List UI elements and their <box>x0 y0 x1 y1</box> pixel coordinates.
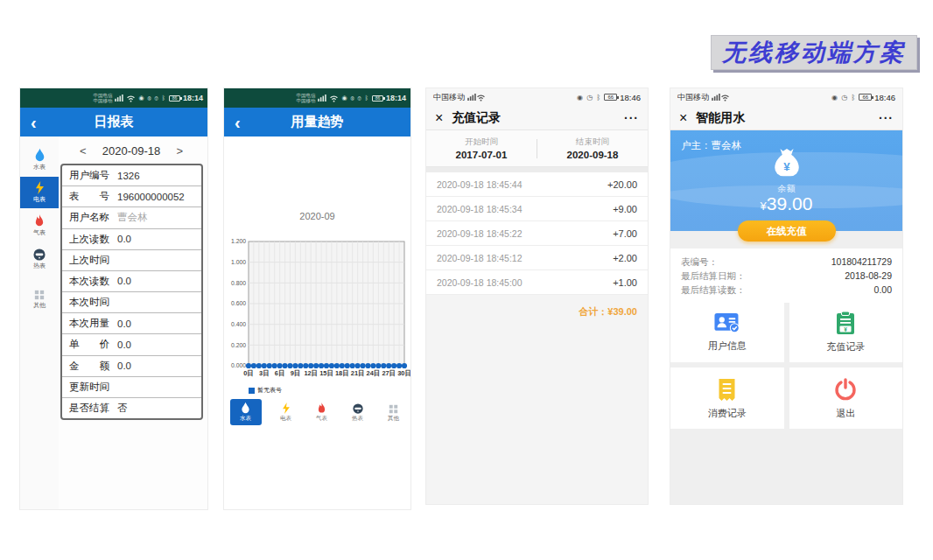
sidebar-label: 水表 <box>33 163 46 172</box>
tab-label: 水表 <box>240 415 251 423</box>
row-label: 用户名称 <box>69 211 109 224</box>
sidebar-label: 电表 <box>33 195 46 204</box>
record-time: 2020-09-18 18:45:22 <box>437 228 523 239</box>
record-amount: +9.00 <box>613 204 637 214</box>
row-value: 0.0 <box>117 360 131 371</box>
row-value: 否 <box>117 402 128 415</box>
usage-chart: 0.0000.2000.4000.6000.8001.0001.2000日3日6… <box>224 233 411 386</box>
sidebar-item-gas[interactable]: 气表 <box>20 210 59 242</box>
sidebar-item-electric[interactable]: 电表 <box>20 177 59 208</box>
tab-gas[interactable]: 气表 <box>311 400 333 425</box>
page-title: 智能用水 <box>696 110 745 126</box>
tile-consumption-records[interactable]: 消费记录 <box>670 368 784 429</box>
status-time: 18:14 <box>183 94 203 102</box>
record-amount: +2.00 <box>613 253 637 263</box>
record-amount: +7.00 <box>613 228 637 239</box>
status-icons: ◉ Ⓝ Ⓥ ᛒ <box>138 94 166 102</box>
start-date-filter[interactable]: 开始时间 2017-07-01 <box>426 130 537 166</box>
user-info-icon <box>713 311 741 334</box>
online-recharge-button[interactable]: 在线充值 <box>738 220 836 242</box>
table-row: 单 价0.0 <box>62 334 201 355</box>
status-icons: ◉ ◷ ᛒ <box>577 94 601 102</box>
tab-other[interactable]: 其他 <box>382 402 405 425</box>
row-label: 上次时间 <box>69 254 109 267</box>
row-label: 本次用量 <box>69 317 109 330</box>
tile-recharge-records[interactable]: ¥ 充值记录 <box>789 301 903 362</box>
heat-meter-icon <box>33 248 46 261</box>
row-value: 曹会林 <box>117 211 148 224</box>
page-title: 充值记录 <box>452 110 501 126</box>
row-label: 表 号 <box>69 190 109 203</box>
record-amount: +1.00 <box>613 277 637 288</box>
svg-text:12日: 12日 <box>304 369 318 377</box>
battery-icon: 86 <box>169 95 180 102</box>
svg-text:0.600: 0.600 <box>231 300 246 306</box>
more-menu-icon[interactable]: ··· <box>879 111 894 125</box>
prev-date-button[interactable]: < <box>76 144 90 158</box>
table-row: 本次读数0.0 <box>62 271 201 292</box>
info-value: 0.00 <box>874 283 892 297</box>
svg-text:9日: 9日 <box>291 369 301 377</box>
sidebar-item-heat[interactable]: 热表 <box>20 243 59 275</box>
svg-text:0.200: 0.200 <box>231 342 246 348</box>
info-label: 最后结算日期： <box>681 269 746 283</box>
tab-electric[interactable]: 电表 <box>275 400 298 425</box>
row-label: 本次时间 <box>69 296 109 309</box>
close-icon[interactable]: × <box>679 108 687 129</box>
table-row: 更新时间 <box>62 377 201 398</box>
svg-text:¥: ¥ <box>844 326 847 332</box>
tile-user-info[interactable]: 用户信息 <box>670 301 784 362</box>
info-row: 最后结算读数：0.00 <box>681 283 892 297</box>
next-date-button[interactable]: > <box>172 144 186 158</box>
chart-legend: 暂无表号 <box>249 386 282 395</box>
end-date-filter[interactable]: 结束时间 2020-09-18 <box>537 130 648 166</box>
status-bar: 中国电信 中国移动 ◉ Ⓝ Ⓥ ᛒ 86 18:14 <box>20 88 207 108</box>
status-icons: ◉ Ⓝ Ⓥ ᛒ <box>341 94 369 102</box>
wifi-icon <box>126 94 136 102</box>
status-icons: ◉ ◷ ᛒ <box>831 94 856 102</box>
tab-water[interactable]: 水表 <box>230 399 262 425</box>
row-label: 单 价 <box>69 338 109 351</box>
tab-label: 气表 <box>316 415 327 423</box>
phone-usage-trend: 中国电信 中国移动 ◉ Ⓝ Ⓥ ᛒ 86 18:14 ‹ 用量趋势 2020-0… <box>223 88 411 510</box>
tab-heat[interactable]: 热表 <box>347 401 369 425</box>
wifi-icon <box>329 94 339 102</box>
record-time: 2020-09-18 18:45:12 <box>437 253 523 263</box>
slide-title-box: 无线移动端方案 <box>711 35 917 70</box>
info-label: 最后结算读数： <box>681 283 746 297</box>
close-icon[interactable]: × <box>435 108 443 129</box>
page-title: 日报表 <box>20 114 207 130</box>
page-title: 用量趋势 <box>224 114 410 130</box>
record-amount: +20.00 <box>607 179 637 190</box>
date-navigator: < 2020-09-18 > <box>59 141 204 160</box>
tab-label: 电表 <box>280 415 291 423</box>
water-drop-icon <box>34 148 46 162</box>
tab-label: 热表 <box>352 415 363 423</box>
row-label: 用户编号 <box>69 169 109 182</box>
balance-card: 户主：曹会林 ¥ 余额 ¥39.00 <box>670 130 902 231</box>
app-header: × 充值记录 ··· <box>426 106 648 130</box>
table-row: 上次读数0.0 <box>62 229 201 250</box>
svg-text:0.000: 0.000 <box>231 362 246 368</box>
app-header: × 智能用水 ··· <box>670 106 902 130</box>
svg-text:24日: 24日 <box>367 369 381 377</box>
end-date-label: 结束时间 <box>576 136 609 148</box>
row-label: 上次读数 <box>69 233 109 246</box>
record-time: 2020-09-18 18:45:34 <box>437 204 523 214</box>
more-menu-icon[interactable]: ··· <box>624 111 639 125</box>
table-row: 金 额0.0 <box>62 356 201 377</box>
table-row: 上次时间 <box>62 250 201 271</box>
tab-label: 其他 <box>388 415 399 423</box>
tile-exit[interactable]: 退出 <box>789 368 903 429</box>
status-bar: 中国移动 ◉ ◷ ᛒ 66 18:46 <box>670 88 902 106</box>
tile-label: 消费记录 <box>708 407 747 420</box>
phone-daily-report: 中国电信 中国移动 ◉ Ⓝ Ⓥ ᛒ 86 18:14 ‹ 日报表 水表 电表 <box>19 88 208 510</box>
row-value: 196000000052 <box>117 192 185 202</box>
sidebar-item-water[interactable]: 水表 <box>20 144 59 175</box>
carrier-labels: 中国电信 中国移动 <box>296 93 315 103</box>
signal-icon <box>467 94 476 101</box>
flame-icon <box>34 214 45 228</box>
sidebar-item-other[interactable]: 其他 <box>20 284 59 315</box>
row-value: 0.0 <box>117 318 131 329</box>
current-date[interactable]: 2020-09-18 <box>102 144 161 158</box>
